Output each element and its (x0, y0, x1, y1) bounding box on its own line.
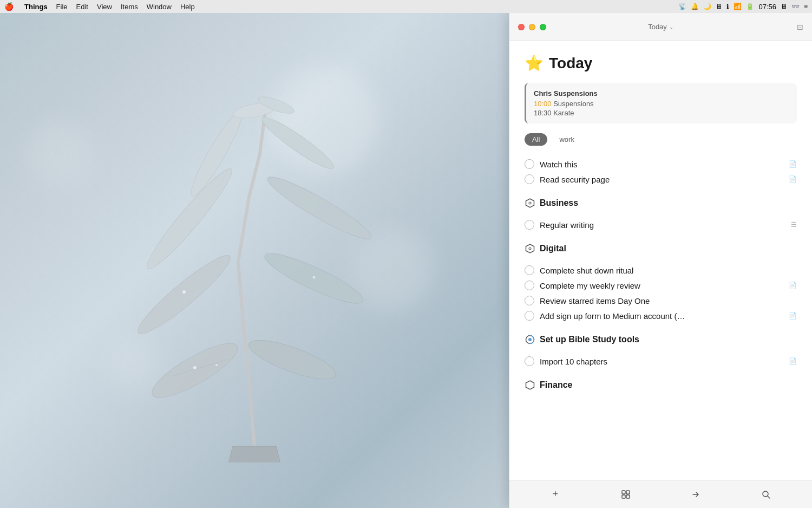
maximize-button[interactable] (540, 24, 546, 30)
task-shutdown[interactable]: Complete shut down ritual (525, 263, 797, 278)
calendar-event-2-time: 18:30 (534, 109, 552, 117)
menubar-icon-6: 🖥 (781, 3, 787, 10)
menubar-icon-4: 🖥 (716, 3, 722, 10)
task-checkbox-5[interactable] (525, 281, 534, 290)
task-checkbox-4[interactable] (525, 265, 534, 275)
svg-rect-23 (622, 495, 625, 498)
add-button[interactable]: + (545, 484, 566, 505)
task-regular-writing[interactable]: Regular writing ☰ (525, 217, 797, 232)
section-bible-study-title: Set up Bible Study tools (540, 335, 639, 344)
things-window: Today ⌄ ⊡ ⭐ Today Chris Suspensions 10:0… (509, 13, 812, 508)
section-business-header: Business (525, 198, 797, 211)
section-digital-title: Digital (540, 244, 566, 253)
task-note-icon-2: 📄 (789, 175, 797, 183)
unsorted-section: Watch this 📄 Read security page 📄 (525, 157, 797, 187)
calendar-card[interactable]: Chris Suspensions 10:00 Suspensions 18:3… (525, 83, 797, 123)
section-bible-study: Set up Bible Study tools Import 10 chapt… (525, 334, 797, 369)
menubar-view[interactable]: View (97, 3, 112, 11)
task-read-security[interactable]: Read security page 📄 (525, 172, 797, 187)
task-label-4: Complete shut down ritual (540, 266, 797, 275)
svg-point-17 (529, 248, 531, 250)
section-bible-study-header: Set up Bible Study tools (525, 334, 797, 347)
forward-button[interactable] (685, 484, 706, 505)
menubar-icon-1: 📡 (678, 3, 686, 10)
task-watch-this[interactable]: Watch this 📄 (525, 157, 797, 172)
menubar-icon-8: ≡ (804, 3, 808, 10)
svg-point-13 (313, 276, 316, 279)
task-checkbox-2[interactable] (525, 174, 534, 184)
task-checkbox-7[interactable] (525, 311, 534, 321)
window-toolbar: + (509, 480, 812, 508)
svg-point-20 (528, 338, 532, 341)
window-content: ⭐ Today Chris Suspensions 10:00 Suspensi… (509, 41, 812, 508)
menubar-help[interactable]: Help (180, 3, 195, 11)
filter-work[interactable]: work (552, 133, 581, 146)
page-header: ⭐ Today (525, 54, 797, 72)
filter-row: All work (525, 133, 797, 146)
section-finance-header: Finance (525, 380, 797, 393)
menubar-time: 07:56 (758, 3, 776, 11)
svg-marker-14 (227, 446, 281, 463)
page-title: Today (549, 55, 592, 72)
star-icon: ⭐ (525, 54, 543, 72)
window-title: Today ⌄ (648, 23, 673, 31)
task-checklist-icon: ☰ (791, 221, 797, 229)
menubar-battery: 🔋 (746, 3, 754, 10)
section-business-title: Business (540, 198, 578, 208)
svg-point-16 (529, 202, 531, 204)
task-note-icon-1: 📄 (789, 160, 797, 168)
task-checkbox-6[interactable] (525, 296, 534, 305)
menubar-icon-2: 🔔 (691, 3, 699, 10)
expand-icon[interactable]: ⊡ (797, 23, 803, 31)
task-label-6: Review starred items Day One (540, 296, 797, 305)
task-starred-items[interactable]: Review starred items Day One (525, 293, 797, 308)
task-import-chapters[interactable]: Import 10 chapters 📄 (525, 354, 797, 369)
menubar-left: 🍎 Things File Edit View Items Window Hel… (4, 2, 195, 11)
menubar-window[interactable]: Window (147, 3, 172, 11)
menubar-icon-5: ℹ (726, 3, 729, 10)
svg-point-10 (193, 366, 197, 369)
task-checkbox-1[interactable] (525, 159, 534, 169)
calendar-event-1: 10:00 Suspensions (534, 100, 789, 108)
section-business: Business Regular writing ☰ (525, 198, 797, 232)
window-titlebar: Today ⌄ ⊡ (509, 13, 812, 41)
task-label-1: Watch this (540, 160, 783, 169)
apple-icon[interactable]: 🍎 (4, 2, 14, 11)
grid-button[interactable] (615, 484, 637, 505)
calendar-card-title: Chris Suspensions (534, 89, 789, 97)
calendar-event-2: 18:30 Karate (534, 109, 789, 117)
filter-all[interactable]: All (525, 133, 547, 146)
search-button[interactable] (755, 484, 777, 505)
wallpaper (0, 13, 509, 508)
task-checkbox-8[interactable] (525, 356, 534, 366)
section-digital-header: Digital (525, 243, 797, 256)
menubar-file[interactable]: File (56, 3, 68, 11)
minimize-button[interactable] (529, 24, 535, 30)
menubar-app-name[interactable]: Things (24, 3, 48, 11)
svg-point-5 (263, 170, 376, 246)
menubar-right: 📡 🔔 🌙 🖥 ℹ 📶 🔋 07:56 🖥 👓 ≡ (678, 3, 808, 11)
menubar-items[interactable]: Items (121, 3, 138, 11)
section-digital-icon (525, 243, 535, 254)
svg-rect-24 (626, 495, 630, 498)
section-business-icon (525, 198, 535, 209)
calendar-event-2-label: Karate (553, 109, 574, 117)
menubar-edit[interactable]: Edit (76, 3, 88, 11)
calendar-event-1-time: 10:00 (534, 100, 552, 108)
svg-point-7 (258, 112, 337, 174)
menubar-icon-3: 🌙 (703, 3, 711, 10)
svg-rect-22 (626, 491, 630, 494)
menubar: 🍎 Things File Edit View Items Window Hel… (0, 0, 812, 13)
task-label-8: Import 10 chapters (540, 357, 783, 366)
svg-rect-21 (622, 491, 625, 494)
svg-point-1 (245, 333, 340, 386)
calendar-event-1-label: Suspensions (553, 100, 593, 108)
section-finance-icon (525, 380, 535, 390)
task-weekly-review[interactable]: Complete my weekly review 📄 (525, 278, 797, 293)
close-button[interactable] (518, 24, 525, 30)
section-digital: Digital Complete shut down ritual Comple… (525, 243, 797, 323)
task-medium-signup[interactable]: Add sign up form to Medium account (… 📄 (525, 308, 797, 323)
task-checkbox-3[interactable] (525, 220, 534, 230)
task-note-icon-7: 📄 (789, 312, 797, 320)
task-label-7: Add sign up form to Medium account (… (540, 311, 783, 321)
